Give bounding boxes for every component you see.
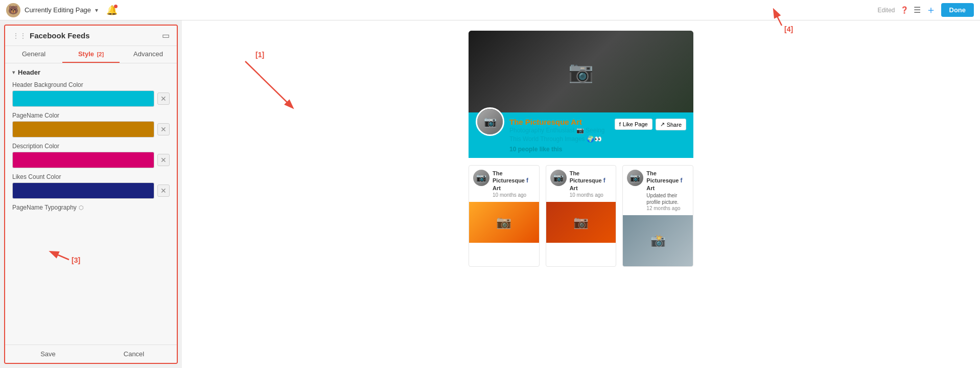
topbar-left: 🐻 Currently Editing Page ▾ 🔔 [6,3,877,17]
help-icon[interactable]: ❓ [900,6,908,14]
post-1-avatar: 📷 [473,170,489,186]
fb-header: 📷 The Picturesque Art Photography Enthus… [469,112,693,158]
likes-count-label: Likes Count Color [12,173,170,180]
post-2-image: 📷 [546,202,616,243]
typography-label: PageName Typography ⬡ [12,204,170,211]
pagename-clear[interactable]: ✕ [157,123,170,135]
post-3-avatar: 📷 [627,170,643,186]
topbar-right: Edited ❓ ☰ ＋ Done [877,3,974,17]
content-area: 📷 The Picturesque Art Photography Enthus… [182,20,980,368]
save-button[interactable]: Save [5,345,91,363]
drag-handle-icon[interactable]: ⋮⋮ [12,32,27,40]
post-1-name: The Picturesque f [493,170,535,185]
chevron-down-icon[interactable]: ▾ [95,7,98,14]
header-bg-color-field: Header Background Color ✕ [12,81,170,107]
typography-icon: ⬡ [79,204,84,211]
post-1-image-inner: 📷 [469,202,539,243]
post-3-detail: Updated their profile picture. [646,192,689,205]
cancel-button[interactable]: Cancel [91,345,177,363]
post-1-avatar-inner: 📷 [473,170,489,186]
panel-header: ⋮⋮ Facebook Feeds ▭ [5,26,177,46]
post-2-avatar: 📷 [550,170,567,186]
header-bg-clear[interactable]: ✕ [157,93,170,105]
post-1-meta: The Picturesque f Art 10 months ago [493,170,535,198]
main-layout: ⋮⋮ Facebook Feeds ▭ General Style [2] Ad… [0,20,980,368]
fb-likes: 10 people like this [509,146,610,153]
description-row: ✕ [12,152,170,168]
tab-style[interactable]: Style [2] [62,46,120,63]
post-1-image: 📷 [469,202,539,243]
fb-cover-image [469,31,693,112]
fb-page-name: The Picturesque Art [509,118,610,126]
fb-cover [469,31,693,112]
likes-count-clear[interactable]: ✕ [157,185,170,197]
post-2-avatar-inner: 📷 [550,170,567,186]
posts-grid: 📷 The Picturesque f Art 10 months ago [469,165,693,267]
post-2-image-inner: 📷 [546,202,616,243]
post-2-time: 10 months ago [570,192,612,198]
fb-like-button[interactable]: f Like Page [615,119,652,130]
post-2-name2: Art [570,185,612,192]
tab-general[interactable]: General [5,46,62,63]
avatar: 🐻 [6,3,20,17]
likes-count-row: ✕ [12,182,170,199]
header-bg-label: Header Background Color [12,81,170,88]
pagename-label: PageName Color [12,112,170,119]
description-label: Description Color [12,143,170,150]
notification-bell[interactable]: 🔔 [106,5,118,16]
post-2-header: 📷 The Picturesque f Art 10 months ago [546,166,616,202]
header-bg-row: ✕ [12,90,170,107]
pagename-swatch[interactable] [12,121,154,137]
pagename-color-field: PageName Color ✕ [12,112,170,137]
facebook-icon: f [619,121,621,127]
post-2-name: The Picturesque f [570,170,612,185]
fb-avatar-inner: 📷 [477,109,503,134]
description-clear[interactable]: ✕ [157,154,170,166]
share-icon: ↗ [660,121,665,128]
post-3-name2: Art [646,185,689,192]
done-button[interactable]: Done [941,3,974,17]
panel-body: ▾ Header Header Background Color ✕ PageN… [5,63,177,344]
post-3-header: 📷 The Picturesque f Art Updated their pr… [623,166,693,215]
panel-tabs: General Style [2] Advanced [5,46,177,63]
topbar: 🐻 Currently Editing Page ▾ 🔔 Edited ❓ ☰ … [0,0,980,20]
post-1-time: 10 months ago [493,192,535,198]
facebook-widget: 📷 The Picturesque Art Photography Enthus… [469,31,693,267]
edited-label: Edited [877,7,895,14]
post-3-meta: The Picturesque f Art Updated their prof… [646,170,689,211]
fb-f-icon-3: f [680,177,682,184]
post-3-image-inner: 📸 [623,215,693,266]
panel-title: Facebook Feeds [30,31,162,40]
tab-advanced[interactable]: Advanced [120,46,177,63]
post-2-meta: The Picturesque f Art 10 months ago [570,170,612,198]
post-3-image: 📸 [623,215,693,266]
minimize-icon[interactable]: ▭ [162,31,170,40]
post-card-3: 📷 The Picturesque f Art Updated their pr… [622,165,693,267]
fb-actions: f Like Page ↗ Share [615,119,686,130]
fb-f-icon-1: f [526,177,528,184]
left-panel: ⋮⋮ Facebook Feeds ▭ General Style [2] Ad… [4,25,178,364]
description-swatch[interactable] [12,152,154,168]
panel-footer: Save Cancel [5,344,177,363]
section-chevron-icon: ▾ [12,70,15,75]
page-title: Currently Editing Page [25,6,91,14]
post-3-name: The Picturesque f [646,170,689,185]
likes-count-swatch[interactable] [12,182,154,199]
post-3-time: 12 months ago [646,205,689,211]
fb-f-icon-2: f [603,177,605,184]
fb-share-button[interactable]: ↗ Share [656,119,686,130]
post-card-2: 📷 The Picturesque f Art 10 months ago [546,165,617,267]
likes-count-color-field: Likes Count Color ✕ [12,173,170,199]
style-badge: [2] [97,51,104,57]
post-3-avatar-inner: 📷 [627,170,643,186]
pagename-row: ✕ [12,121,170,137]
header-bg-swatch[interactable] [12,90,154,107]
menu-lines-icon[interactable]: ☰ [914,5,921,15]
post-1-name2: Art [493,185,535,192]
post-1-header: 📷 The Picturesque f Art 10 months ago [469,166,539,202]
section-header[interactable]: ▾ Header [12,68,170,76]
fb-page-info: The Picturesque Art Photography Enthusia… [509,118,610,153]
add-button[interactable]: ＋ [926,3,936,17]
post-card-1: 📷 The Picturesque f Art 10 months ago [469,165,540,267]
section-label: Header [18,68,40,76]
